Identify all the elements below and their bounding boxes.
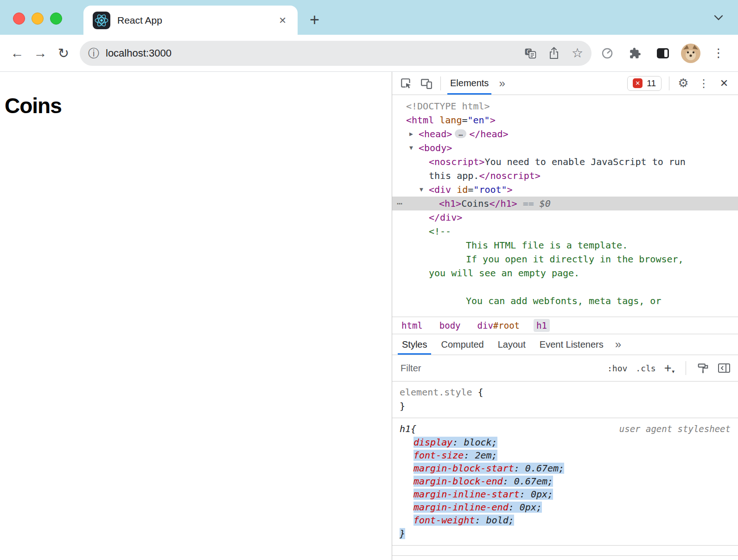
- empty-section: [392, 546, 738, 556]
- tab-event-listeners[interactable]: Event Listeners: [533, 334, 611, 355]
- dom-line[interactable]: <!DOCTYPE html>: [392, 99, 738, 113]
- styles-tab-list: StylesComputedLayoutEvent Listeners: [395, 334, 611, 355]
- forward-button[interactable]: →: [29, 42, 52, 65]
- tab-elements[interactable]: Elements: [445, 72, 493, 95]
- devtools-panel: Elements » ✕ 11 ⚙ ⋮ ✕ <!DOCTYPE html><ht…: [392, 72, 738, 560]
- styles-tab-bar: StylesComputedLayoutEvent Listeners »: [392, 334, 738, 355]
- browser-toolbar: ← → ↻ ⓘ localhost:3000 G: [0, 35, 738, 72]
- dom-line[interactable]: If you open it directly in the browser,: [392, 252, 738, 266]
- h1-style-rule[interactable]: h1 { user agent stylesheet display: bloc…: [392, 418, 738, 546]
- breadcrumb-bar: htmlbodydiv#rooth1: [392, 317, 738, 334]
- error-count: 11: [647, 78, 656, 89]
- breadcrumb-item[interactable]: div#root: [475, 319, 523, 332]
- style-property[interactable]: font-weight: bold;: [400, 514, 731, 527]
- styles-pane: element.style { } h1 { user agent styles…: [392, 382, 738, 560]
- dom-line[interactable]: ▶<head>…</head>: [392, 127, 738, 141]
- divider: [686, 361, 686, 375]
- address-bar[interactable]: ⓘ localhost:3000 G: [80, 41, 592, 66]
- reload-button[interactable]: ↻: [52, 42, 75, 65]
- rule-source-label: user agent stylesheet: [619, 422, 731, 436]
- style-properties: display: block;font-size: 2em;margin-blo…: [400, 436, 731, 527]
- dom-line[interactable]: ▼<div id="root">: [392, 183, 738, 197]
- style-property[interactable]: margin-inline-end: 0px;: [400, 501, 731, 514]
- dom-line[interactable]: <noscript>You need to enable JavaScript …: [392, 155, 738, 169]
- react-logo-icon: [93, 12, 110, 29]
- tab-search-chevron-icon[interactable]: [714, 15, 723, 20]
- rule-selector[interactable]: h1: [400, 422, 411, 436]
- url-text[interactable]: localhost:3000: [106, 47, 524, 59]
- new-style-rule-button[interactable]: +▾: [664, 361, 674, 375]
- rendering-emulation-icon[interactable]: [697, 362, 709, 374]
- tab-close-icon[interactable]: ✕: [277, 13, 288, 28]
- devtools-menu-kebab-icon[interactable]: ⋮: [694, 74, 713, 93]
- breadcrumb-item[interactable]: html: [399, 319, 426, 332]
- dom-line[interactable]: You can add webfonts, meta tags, or: [392, 294, 738, 308]
- dom-line[interactable]: [392, 280, 738, 294]
- toggle-class-button[interactable]: .cls: [636, 363, 655, 373]
- tab-strip: React App ✕ +: [0, 0, 738, 35]
- error-icon: ✕: [633, 78, 643, 88]
- dom-line[interactable]: this app.</noscript>: [392, 169, 738, 183]
- tab-styles[interactable]: Styles: [395, 334, 434, 355]
- toggle-hover-state-button[interactable]: :hov: [607, 363, 627, 373]
- element-style-rule[interactable]: element.style { }: [392, 382, 738, 418]
- dom-line[interactable]: you will see an empty page.: [392, 266, 738, 280]
- back-button[interactable]: ←: [6, 42, 29, 65]
- content-area: Coins Elements: [0, 72, 738, 560]
- dom-line[interactable]: </div>: [392, 210, 738, 224]
- dom-line[interactable]: <!--: [392, 224, 738, 238]
- dom-tree: <!DOCTYPE html><html lang="en">▶<head>…<…: [392, 95, 738, 317]
- devtools-close-icon[interactable]: ✕: [715, 74, 733, 93]
- element-style-selector: element.style: [400, 387, 472, 398]
- style-property[interactable]: font-size: 2em;: [400, 449, 731, 462]
- extensions-puzzle-icon[interactable]: [624, 42, 646, 65]
- inspect-element-icon[interactable]: [397, 74, 415, 93]
- page-title: Coins: [0, 93, 392, 118]
- node-options-dots-icon[interactable]: ⋯: [397, 197, 401, 210]
- translate-icon[interactable]: G: [524, 47, 536, 59]
- devtools-header: Elements » ✕ 11 ⚙ ⋮ ✕: [392, 72, 738, 95]
- close-window-button[interactable]: [13, 13, 25, 25]
- rendered-page: Coins: [0, 72, 392, 560]
- browser-menu-kebab-icon[interactable]: ⋮: [707, 42, 730, 65]
- profile-avatar[interactable]: [680, 42, 702, 65]
- more-tabs-chevron-icon[interactable]: »: [495, 77, 509, 90]
- share-icon[interactable]: [548, 46, 560, 60]
- dom-line[interactable]: <html lang="en">: [392, 113, 738, 127]
- dom-line[interactable]: This HTML file is a template.: [392, 238, 738, 252]
- styles-filter-bar: :hov .cls +▾: [392, 355, 738, 382]
- browser-tab[interactable]: React App ✕: [83, 6, 298, 35]
- devtools-settings-gear-icon[interactable]: ⚙: [674, 74, 693, 93]
- tab-layout[interactable]: Layout: [491, 334, 533, 355]
- styles-filter-input[interactable]: [400, 363, 599, 374]
- traffic-lights: [13, 13, 62, 25]
- style-property[interactable]: margin-inline-start: 0px;: [400, 488, 731, 501]
- console-error-badge[interactable]: ✕ 11: [627, 76, 662, 91]
- minimize-window-button[interactable]: [32, 13, 44, 25]
- browser-window: React App ✕ + ← → ↻ ⓘ localhost:3000 G: [0, 0, 738, 560]
- dom-line-selected[interactable]: ⋯<h1>Coins</h1> == $0: [392, 197, 738, 210]
- more-panels-chevron-icon[interactable]: »: [611, 338, 626, 351]
- breadcrumb-item[interactable]: body: [437, 319, 464, 332]
- fullscreen-window-button[interactable]: [50, 13, 62, 25]
- style-property[interactable]: display: block;: [400, 436, 731, 449]
- bookmark-star-icon[interactable]: ☆: [572, 45, 583, 61]
- dom-line[interactable]: ▼<body>: [392, 141, 738, 155]
- divider: [669, 76, 669, 90]
- divider: [440, 76, 441, 90]
- device-toolbar-icon[interactable]: [417, 74, 436, 93]
- breadcrumb-item[interactable]: h1: [534, 319, 550, 332]
- expand-arrow-icon[interactable]: ▶: [409, 127, 419, 141]
- toggle-sidebar-icon[interactable]: [718, 363, 731, 374]
- side-panel-icon[interactable]: [652, 42, 674, 65]
- toolbar-right-cluster: ⋮: [596, 42, 732, 65]
- tab-title: React App: [117, 15, 277, 26]
- expand-arrow-icon[interactable]: ▼: [420, 183, 429, 197]
- status-circle-icon[interactable]: [596, 42, 618, 65]
- tab-computed[interactable]: Computed: [434, 334, 490, 355]
- style-property[interactable]: margin-block-end: 0.67em;: [400, 475, 731, 488]
- style-property[interactable]: margin-block-start: 0.67em;: [400, 462, 731, 475]
- new-tab-button[interactable]: +: [310, 10, 319, 30]
- expand-arrow-icon[interactable]: ▼: [409, 141, 419, 155]
- site-info-icon[interactable]: ⓘ: [88, 46, 99, 61]
